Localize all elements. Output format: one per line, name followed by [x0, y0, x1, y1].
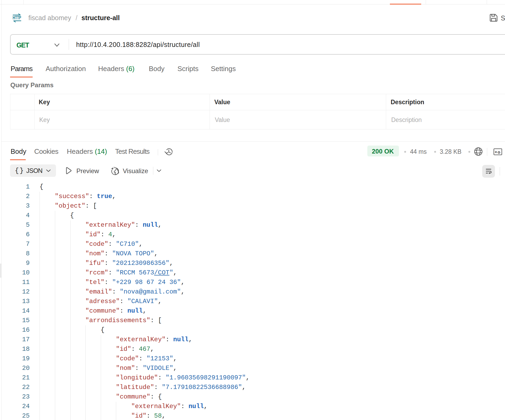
svg-text:HTTP: HTTP [13, 15, 21, 20]
